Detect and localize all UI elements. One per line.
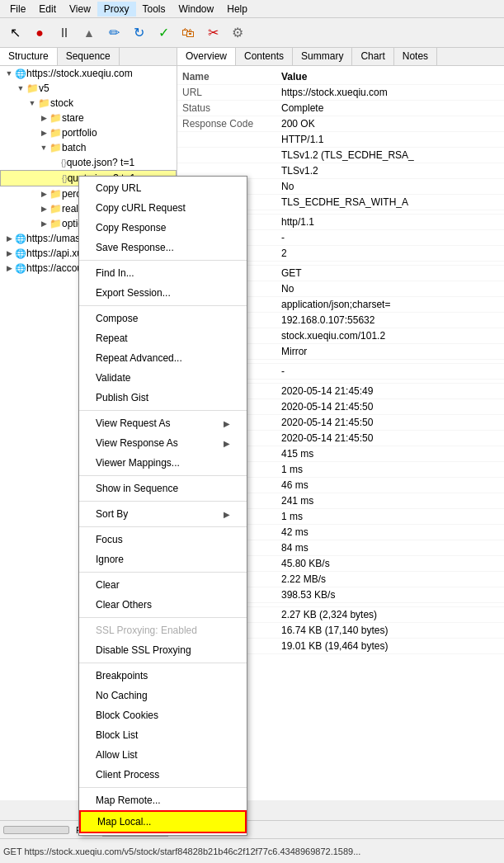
tab-notes[interactable]: Notes xyxy=(394,48,437,65)
overview-value-header: Value xyxy=(281,71,307,83)
ctx-repeat[interactable]: Repeat xyxy=(79,328,247,348)
tab-contents[interactable]: Contents xyxy=(236,48,293,65)
overview-value-16kb: 16.74 KB (17,140 bytes) xyxy=(281,625,388,636)
bag-btn[interactable]: 🛍 xyxy=(177,21,200,45)
overview-value-ip1: 192.168.0.107:55632 xyxy=(281,314,374,326)
tree-node-portfolio[interactable]: ▶ 📁 portfolio xyxy=(0,125,177,140)
overview-value-endtime1: 2020-05-14 21:45:50 xyxy=(281,401,373,413)
ctx-disable-ssl[interactable]: Disable SSL Proxying xyxy=(79,640,247,660)
record-btn[interactable]: ● xyxy=(28,21,51,45)
tree-node-root[interactable]: ▼ 🌐 https://stock.xueqiu.com xyxy=(0,66,177,81)
ctx-save-response[interactable]: Save Response... xyxy=(79,238,247,257)
overview-value-http: HTTP/1.1 xyxy=(281,134,323,145)
url-text: GET https://stock.xueqiu.com/v5/stock/st… xyxy=(3,846,175,856)
scroll-bar[interactable] xyxy=(3,826,69,834)
folder-icon-stock: 📁 xyxy=(38,97,50,109)
folder-icon-batch: 📁 xyxy=(49,142,62,153)
ctx-repeat-advanced[interactable]: Repeat Advanced... xyxy=(79,348,247,368)
menu-help[interactable]: Help xyxy=(220,2,254,17)
tree-label-stock: stock xyxy=(50,97,73,109)
ctx-sort-arrow: ▶ xyxy=(224,510,230,519)
overview-tabs: Overview Contents Summary Chart Notes xyxy=(177,48,504,66)
expander-api: ▶ xyxy=(3,249,15,257)
ctx-find-in[interactable]: Find In... xyxy=(79,263,247,283)
scissors-btn[interactable]: ✂ xyxy=(201,21,224,45)
edit-btn[interactable]: ✏ xyxy=(102,21,125,45)
check-btn[interactable]: ✓ xyxy=(152,21,175,45)
ctx-validate[interactable]: Validate xyxy=(79,368,247,388)
menu-window[interactable]: Window xyxy=(172,2,221,17)
gear-btn[interactable]: ⚙ xyxy=(226,21,249,45)
ctx-no-caching[interactable]: No Caching xyxy=(79,686,247,705)
folder-icon-portfolio: 📁 xyxy=(49,127,62,139)
tab-overview[interactable]: Overview xyxy=(177,48,236,65)
ctx-map-local[interactable]: Map Local... xyxy=(79,810,247,833)
menu-file[interactable]: File xyxy=(3,2,32,17)
ctx-publish-gist[interactable]: Publish Gist xyxy=(79,388,247,408)
menu-proxy[interactable]: Proxy xyxy=(97,2,136,17)
overview-label-url: URL xyxy=(182,87,281,98)
ctx-sep-2 xyxy=(79,305,247,306)
overview-row-http: HTTP/1.1 xyxy=(177,132,504,148)
main-content: Structure Sequence ▼ 🌐 https://stock.xue… xyxy=(0,48,504,800)
site-icon-accounts: 🌐 xyxy=(15,263,26,274)
ctx-view-response-as[interactable]: View Response As ▶ xyxy=(79,433,247,453)
overview-label-respcode: Response Code xyxy=(182,118,281,130)
ctx-ignore[interactable]: Ignore xyxy=(79,549,247,569)
ctx-block-list[interactable]: Block List xyxy=(79,725,247,745)
ctx-ssl-proxying: SSL Proxying: Enabled xyxy=(79,620,247,640)
ctx-view-request-as[interactable]: View Request As ▶ xyxy=(79,413,247,433)
ctx-client-process[interactable]: Client Process xyxy=(79,765,247,785)
tree-node-batch[interactable]: ▼ 📁 batch xyxy=(0,140,177,155)
folder-icon-optional: 📁 xyxy=(49,218,62,229)
tab-chart[interactable]: Chart xyxy=(352,48,393,65)
ctx-block-cookies[interactable]: Block Cookies xyxy=(79,705,247,725)
ctx-clear-others[interactable]: Clear Others xyxy=(79,595,247,615)
ctx-sort-by-label: Sort By xyxy=(96,508,128,520)
tree-node-stare[interactable]: ▶ 📁 stare xyxy=(0,111,177,125)
ctx-breakpoints[interactable]: Breakpoints xyxy=(79,666,247,686)
ctx-copy-url[interactable]: Copy URL xyxy=(79,178,247,198)
overview-value-get: GET xyxy=(281,267,302,279)
expander-batch: ▼ xyxy=(38,144,49,152)
ctx-view-response-as-label: View Response As xyxy=(96,437,178,449)
ctx-copy-response[interactable]: Copy Response xyxy=(79,218,247,238)
cursor-tool-btn[interactable]: ↖ xyxy=(3,21,26,45)
tree-node-stock[interactable]: ▼ 📁 stock xyxy=(0,96,177,111)
ctx-show-sequence[interactable]: Show in Sequence xyxy=(79,479,247,498)
ctx-copy-curl[interactable]: Copy cURL Request xyxy=(79,198,247,218)
overview-value-241ms: 241 ms xyxy=(281,495,313,507)
ctx-focus[interactable]: Focus xyxy=(79,530,247,549)
ctx-export-session[interactable]: Export Session... xyxy=(79,283,247,303)
url-suffix: f84828b21b46c2f12f77c6.4348969872.1589..… xyxy=(175,846,360,856)
tab-sequence[interactable]: Sequence xyxy=(58,48,120,65)
filter-area xyxy=(3,826,69,834)
ctx-viewer-mappings[interactable]: Viewer Mappings... xyxy=(79,453,247,473)
ctx-clear[interactable]: Clear xyxy=(79,575,247,595)
menu-edit[interactable]: Edit xyxy=(32,2,63,17)
overview-row-status: Status Complete xyxy=(177,101,504,116)
expander-optional: ▶ xyxy=(38,219,49,228)
ctx-allow-list[interactable]: Allow List xyxy=(79,745,247,765)
overview-value-status: Complete xyxy=(281,102,323,114)
folder-icon-realtime: 📁 xyxy=(49,203,62,215)
expander-realtime: ▶ xyxy=(38,205,49,213)
menu-view[interactable]: View xyxy=(63,2,97,17)
menu-tools[interactable]: Tools xyxy=(136,2,172,17)
pause-btn[interactable]: ⏸ xyxy=(53,21,76,45)
tree-node-v5[interactable]: ▼ 📁 v5 xyxy=(0,81,177,96)
ctx-map-remote[interactable]: Map Remote... xyxy=(79,790,247,810)
ctx-compose[interactable]: Compose xyxy=(79,309,247,328)
overview-value-1ms2: 1 ms xyxy=(281,511,303,522)
folder-icon-stare: 📁 xyxy=(49,112,62,124)
clear-btn[interactable]: ▲ xyxy=(78,21,101,45)
json-icon-quote1: {} xyxy=(61,158,67,167)
json-icon-quote2: {} xyxy=(62,174,68,183)
refresh-btn[interactable]: ↻ xyxy=(127,21,150,45)
tab-summary[interactable]: Summary xyxy=(293,48,352,65)
ctx-sort-by[interactable]: Sort By ▶ xyxy=(79,504,247,524)
tree-node-quote1[interactable]: {} quote.json? t=1 xyxy=(0,155,177,170)
overview-value-alpn: http/1.1 xyxy=(281,216,314,228)
tab-structure[interactable]: Structure xyxy=(0,48,58,65)
site-icon-root: 🌐 xyxy=(15,68,26,79)
